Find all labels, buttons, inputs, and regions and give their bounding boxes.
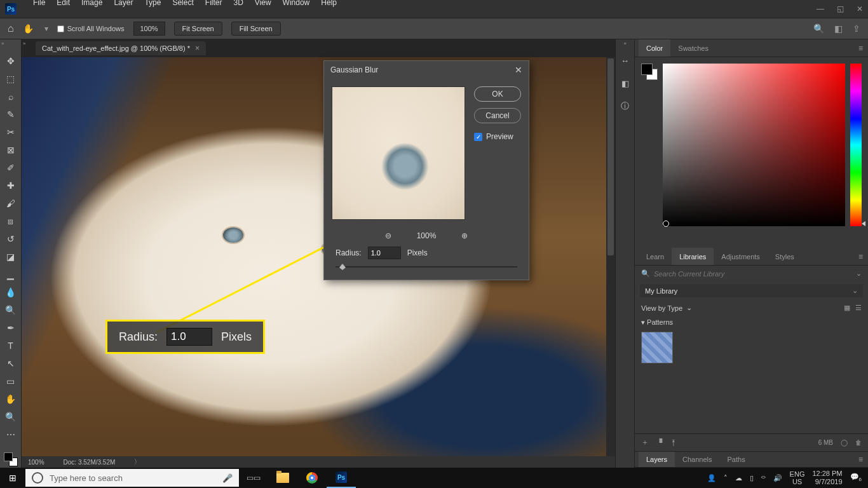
preview-checkbox[interactable]: ✓ Preview [474, 132, 521, 141]
task-photoshop[interactable]: Ps [327, 468, 356, 488]
info-panel-icon[interactable]: ⓘ [620, 100, 631, 112]
task-chrome[interactable] [297, 468, 327, 488]
collapse-icon[interactable]: « [624, 41, 627, 46]
hand-tool-icon[interactable]: ✋ [23, 22, 36, 35]
tab-channels[interactable]: Channels [675, 452, 719, 467]
menu-filter[interactable]: Filter [205, 0, 222, 7]
quick-select-tool-icon[interactable]: ✎ [3, 108, 18, 121]
status-docsize[interactable]: Doc: 3.52M/3.52M [64, 459, 116, 466]
zoom-in-icon[interactable]: ⊕ [461, 231, 468, 240]
zoom-tool-icon[interactable]: 🔍 [3, 410, 18, 423]
library-view-mode[interactable]: View by Type ⌄ ▦☰ [635, 300, 868, 316]
dialog-titlebar[interactable]: Gaussian Blur ✕ [324, 61, 529, 79]
people-icon[interactable]: 👤 [707, 474, 716, 482]
eraser-tool-icon[interactable]: ◪ [3, 250, 18, 263]
eyedropper-tool-icon[interactable]: ✐ [3, 161, 18, 174]
type-tool-icon[interactable]: T [3, 339, 18, 352]
menu-layer[interactable]: Layer [114, 0, 133, 7]
tab-color[interactable]: Color [639, 39, 670, 57]
home-icon[interactable]: ⌂ [8, 23, 14, 34]
cloud-icon[interactable]: ◯ [841, 439, 848, 446]
panel-menu-icon[interactable]: ≡ [858, 455, 863, 464]
fit-screen-button[interactable]: Fit Screen [174, 22, 222, 36]
brush-tool-icon[interactable]: 🖌 [3, 197, 18, 210]
library-search[interactable]: Search Current Library ⌄ [635, 266, 868, 281]
tray-expand-icon[interactable]: ˄ [724, 474, 728, 482]
pen-tool-icon[interactable]: ✒ [3, 322, 18, 334]
trash-icon[interactable]: 🗑 [855, 439, 862, 446]
dodge-tool-icon[interactable]: 🔍 [3, 304, 18, 316]
battery-icon[interactable]: ▯ [750, 474, 754, 482]
gaussian-blur-dialog[interactable]: Gaussian Blur ✕ OK Cancel ✓ Preview ⊖ 10… [323, 60, 529, 280]
menu-edit[interactable]: Edit [57, 0, 70, 7]
tab-learn[interactable]: Learn [639, 248, 672, 265]
move-tool-icon[interactable]: ✥ [3, 55, 18, 67]
radius-input[interactable]: 1.0 [368, 247, 401, 259]
tab-adjustments[interactable]: Adjustments [714, 248, 768, 265]
vertical-scrollbar[interactable] [606, 57, 615, 456]
upload-icon[interactable]: ⭱ [670, 438, 677, 447]
minimize-icon[interactable]: — [817, 4, 824, 13]
panel-menu-icon[interactable]: ≡ [858, 252, 863, 261]
marquee-tool-icon[interactable]: ⬚ [3, 72, 18, 85]
chevron-down-icon[interactable]: ⌄ [856, 269, 862, 278]
expand-icon[interactable]: » [23, 41, 25, 46]
search-icon[interactable]: 🔍 [813, 24, 824, 34]
color-swatches[interactable] [641, 64, 658, 241]
menu-view[interactable]: View [255, 0, 271, 7]
wifi-icon[interactable]: ⌔ [761, 474, 766, 482]
gradient-tool-icon[interactable]: ▁ [3, 268, 18, 281]
language-indicator[interactable]: ENGUS [790, 470, 805, 485]
edit-toolbar-icon[interactable]: ⋯ [3, 428, 18, 441]
library-section-patterns[interactable]: ▾ Patterns [635, 316, 868, 329]
status-zoom[interactable]: 100% [28, 459, 44, 466]
zoom-value[interactable]: 100% [133, 22, 165, 36]
menu-help[interactable]: Help [321, 0, 337, 7]
crop-tool-icon[interactable]: ✂ [3, 126, 18, 139]
fill-screen-button[interactable]: Fill Screen [231, 22, 281, 36]
lasso-tool-icon[interactable]: ⌕ [3, 90, 18, 103]
close-tab-icon[interactable]: × [195, 44, 200, 53]
slider-thumb[interactable] [339, 264, 346, 270]
taskbar-search[interactable]: Type here to search 🎤 [25, 469, 239, 487]
library-item-thumbnail[interactable] [641, 332, 673, 363]
library-selector[interactable]: My Library ⌄ [640, 284, 863, 297]
menu-3d[interactable]: 3D [233, 0, 243, 7]
color-field[interactable] [663, 64, 845, 226]
document-tab[interactable]: Cat_with_red-eye_effect.jpg @ 100% (RGB/… [36, 41, 206, 55]
task-view-icon[interactable]: ▭▭ [239, 468, 268, 488]
path-select-icon[interactable]: ↖ [3, 357, 18, 370]
workspace-icon[interactable]: ◧ [834, 24, 843, 34]
history-brush-icon[interactable]: ↺ [3, 233, 18, 245]
ok-button[interactable]: OK [474, 86, 521, 102]
properties-panel-icon[interactable]: ◧ [620, 78, 631, 89]
frame-tool-icon[interactable]: ⊠ [3, 144, 18, 156]
tab-styles[interactable]: Styles [768, 248, 802, 265]
tab-swatches[interactable]: Swatches [670, 39, 716, 57]
dialog-close-icon[interactable]: ✕ [515, 65, 522, 75]
history-panel-icon[interactable]: ↔ [620, 55, 631, 66]
add-icon[interactable]: ＋ [641, 437, 649, 448]
panel-menu-icon[interactable]: ≡ [858, 44, 863, 53]
stamp-tool-icon[interactable]: ⧇ [3, 215, 18, 227]
mic-icon[interactable]: 🎤 [222, 473, 233, 483]
foreground-background-swatches[interactable] [4, 452, 18, 466]
tab-libraries[interactable]: Libraries [672, 248, 714, 265]
maximize-icon[interactable]: ◱ [837, 4, 844, 13]
healing-tool-icon[interactable]: ✚ [3, 179, 18, 192]
rectangle-tool-icon[interactable]: ▭ [3, 375, 18, 388]
expand-icon[interactable]: » [1, 41, 4, 46]
menu-type[interactable]: Type [144, 0, 161, 7]
menu-image[interactable]: Image [81, 0, 102, 7]
share-icon[interactable]: ⇪ [853, 24, 860, 34]
grid-view-icon[interactable]: ▦ [844, 304, 850, 312]
zoom-out-icon[interactable]: ⊖ [385, 231, 391, 240]
tab-paths[interactable]: Paths [720, 452, 753, 467]
menu-select[interactable]: Select [172, 0, 193, 7]
hand-tool-side-icon[interactable]: ✋ [3, 393, 18, 405]
task-explorer[interactable] [268, 468, 297, 488]
blur-tool-icon[interactable]: 💧 [3, 286, 18, 299]
cancel-button[interactable]: Cancel [474, 108, 521, 123]
taskbar-clock[interactable]: 12:28 PM9/7/2019 [812, 470, 842, 485]
tab-layers[interactable]: Layers [639, 452, 675, 467]
